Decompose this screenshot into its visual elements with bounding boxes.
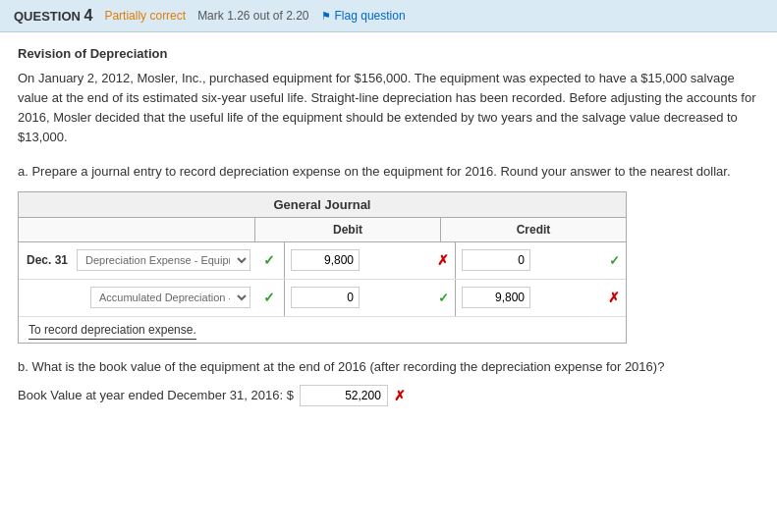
credit-input-1[interactable] — [462, 249, 530, 271]
account-select-cell-1[interactable]: Depreciation Expense - Equipment — [73, 247, 254, 273]
journal-row-2: Accumulated Depreciation - Equipment ✓ ✓… — [19, 280, 626, 317]
book-value-section: b. What is the book value of the equipme… — [18, 357, 759, 406]
debit-mark-2: ✓ — [438, 291, 449, 305]
journal-col-headers: Debit Credit — [19, 218, 626, 242]
journal-note-row: To record depreciation expense. — [19, 317, 626, 343]
check-green-1: ✓ — [263, 252, 275, 268]
debit-cell-1: ✗ — [284, 242, 455, 279]
credit-mark-1: ✓ — [609, 253, 620, 268]
debit-input-1[interactable] — [291, 249, 360, 271]
date-cell-1: Dec. 31 — [19, 249, 73, 271]
flag-icon: ⚑ — [321, 10, 331, 23]
debit-mark-1[interactable]: ✗ — [437, 252, 449, 268]
mark-text: Mark 1.26 out of 2.20 — [197, 9, 308, 23]
top-bar: QUESTION 4 Partially correct Mark 1.26 o… — [0, 0, 777, 32]
question-label: QUESTION 4 — [14, 7, 92, 25]
col-header-debit: Debit — [254, 218, 440, 241]
credit-cell-2: ✗ — [455, 280, 626, 316]
book-value-label: Book Value at year ended December 31, 20… — [18, 388, 294, 402]
check-green-2: ✓ — [263, 290, 275, 305]
book-value-input[interactable] — [300, 385, 388, 406]
credit-input-2[interactable] — [462, 287, 530, 308]
journal-note-text: To record depreciation expense. — [28, 323, 196, 340]
book-value-answer: Book Value at year ended December 31, 20… — [18, 385, 759, 406]
debit-cell-2: ✓ — [284, 280, 455, 316]
general-journal-table: General Journal Debit Credit Dec. 31 Dep… — [18, 191, 627, 344]
journal-title: General Journal — [19, 192, 626, 218]
flag-question-link[interactable]: ⚑ Flag question — [321, 9, 406, 23]
main-content: Revision of Depreciation On January 2, 2… — [0, 32, 777, 420]
col-header-account — [19, 218, 254, 241]
book-value-mark[interactable]: ✗ — [394, 388, 406, 403]
date-cell-2 — [19, 293, 73, 301]
debit-input-2[interactable] — [291, 287, 360, 308]
account-select-1[interactable]: Depreciation Expense - Equipment — [77, 249, 250, 271]
part-a-text: a. Prepare a journal entry to record dep… — [18, 162, 759, 182]
account-select-2[interactable]: Accumulated Depreciation - Equipment — [90, 287, 250, 308]
description: On January 2, 2012, Mosler, Inc., purcha… — [18, 69, 759, 148]
credit-cell-1: ✓ — [455, 242, 626, 279]
col-header-credit: Credit — [440, 218, 626, 241]
journal-row-1: Dec. 31 Depreciation Expense - Equipment… — [19, 242, 626, 280]
check-cell-1: ✓ — [254, 250, 284, 270]
part-b-text: b. What is the book value of the equipme… — [18, 357, 759, 377]
check-cell-2: ✓ — [254, 288, 284, 307]
status-badge: Partially correct — [104, 9, 186, 23]
credit-mark-2[interactable]: ✗ — [608, 290, 620, 305]
section-title: Revision of Depreciation — [18, 46, 759, 61]
account-select-cell-2[interactable]: Accumulated Depreciation - Equipment — [73, 285, 254, 310]
